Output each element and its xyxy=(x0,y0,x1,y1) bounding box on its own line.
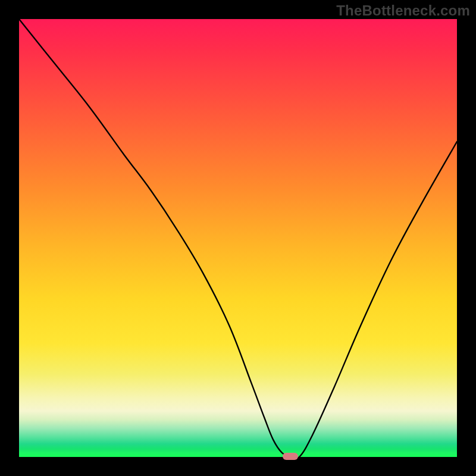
chart-frame: TheBottleneck.com xyxy=(0,0,476,476)
optimum-marker xyxy=(283,453,298,460)
watermark-text: TheBottleneck.com xyxy=(336,2,470,19)
bottleneck-curve xyxy=(19,19,457,457)
